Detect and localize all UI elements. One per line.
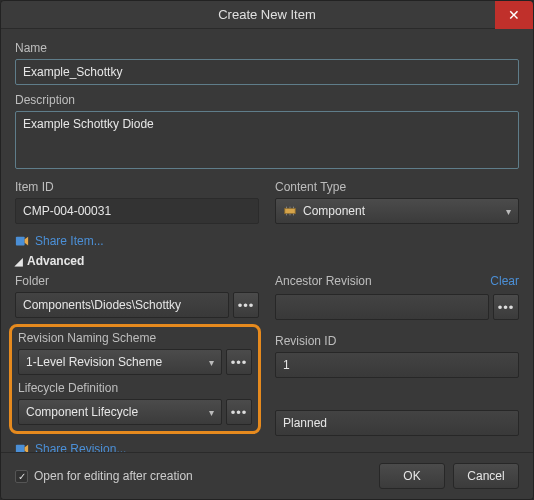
- advanced-label: Advanced: [27, 254, 84, 268]
- highlight-region: Revision Naming Scheme 1-Level Revision …: [9, 324, 261, 434]
- ancestor-browse-button[interactable]: •••: [493, 294, 519, 320]
- revision-id-field[interactable]: 1: [275, 352, 519, 378]
- chevron-down-icon: ▾: [209, 357, 214, 368]
- description-label: Description: [15, 93, 519, 107]
- chevron-down-icon: ▾: [506, 206, 511, 217]
- more-icon: •••: [231, 355, 248, 370]
- svg-rect-0: [285, 208, 296, 213]
- more-icon: •••: [231, 405, 248, 420]
- check-icon: ✓: [18, 471, 26, 482]
- item-id-value: CMP-004-00031: [23, 204, 111, 218]
- more-icon: •••: [498, 300, 515, 315]
- ancestor-revision-label: Ancestor Revision: [275, 274, 519, 288]
- ok-button[interactable]: OK: [379, 463, 445, 489]
- dialog-footer: ✓ Open for editing after creation OK Can…: [1, 452, 533, 499]
- share-icon: [15, 442, 29, 452]
- revision-state-field: Planned: [275, 410, 519, 436]
- create-item-dialog: Create New Item ✕ Name Description Item …: [0, 0, 534, 500]
- close-icon: ✕: [508, 7, 520, 23]
- revision-naming-more-button[interactable]: •••: [226, 349, 252, 375]
- revision-naming-select[interactable]: 1-Level Revision Scheme ▾: [18, 349, 222, 375]
- svg-rect-7: [16, 237, 25, 246]
- ok-label: OK: [403, 469, 420, 483]
- item-id-label: Item ID: [15, 180, 259, 194]
- folder-label: Folder: [15, 274, 259, 288]
- open-for-editing-label: Open for editing after creation: [34, 469, 193, 483]
- lifecycle-select[interactable]: Component Lifecycle ▾: [18, 399, 222, 425]
- folder-value: Components\Diodes\Schottky: [23, 298, 181, 312]
- revision-id-value: 1: [283, 358, 290, 372]
- advanced-toggle[interactable]: ◢ Advanced: [15, 254, 519, 268]
- window-title: Create New Item: [218, 7, 316, 22]
- revision-id-label: Revision ID: [275, 334, 519, 348]
- clear-link[interactable]: Clear: [490, 274, 519, 288]
- lifecycle-label: Lifecycle Definition: [18, 381, 252, 395]
- dialog-content: Name Description Item ID CMP-004-00031 C…: [1, 29, 533, 452]
- cancel-button[interactable]: Cancel: [453, 463, 519, 489]
- content-type-select[interactable]: Component ▾: [275, 198, 519, 224]
- share-item-link[interactable]: Share Item...: [35, 234, 104, 248]
- revision-state-value: Planned: [283, 416, 327, 430]
- ancestor-revision-field[interactable]: [275, 294, 489, 320]
- lifecycle-value: Component Lifecycle: [26, 405, 138, 419]
- name-label: Name: [15, 41, 519, 55]
- share-icon: [15, 234, 29, 248]
- share-revision-link[interactable]: Share Revision...: [35, 442, 126, 452]
- titlebar: Create New Item ✕: [1, 1, 533, 29]
- revision-naming-label: Revision Naming Scheme: [18, 331, 252, 345]
- close-button[interactable]: ✕: [495, 1, 533, 29]
- chevron-down-icon: ▾: [209, 407, 214, 418]
- more-icon: •••: [238, 298, 255, 313]
- description-input[interactable]: [15, 111, 519, 169]
- content-type-label: Content Type: [275, 180, 519, 194]
- item-id-field[interactable]: CMP-004-00031: [15, 198, 259, 224]
- revision-naming-value: 1-Level Revision Scheme: [26, 355, 162, 369]
- name-input[interactable]: [15, 59, 519, 85]
- expand-icon: ◢: [15, 256, 23, 267]
- folder-field[interactable]: Components\Diodes\Schottky: [15, 292, 229, 318]
- svg-rect-8: [16, 445, 25, 452]
- cancel-label: Cancel: [467, 469, 504, 483]
- open-for-editing-checkbox[interactable]: ✓: [15, 470, 28, 483]
- component-icon: [283, 204, 297, 218]
- folder-browse-button[interactable]: •••: [233, 292, 259, 318]
- lifecycle-more-button[interactable]: •••: [226, 399, 252, 425]
- content-type-value: Component: [303, 204, 365, 218]
